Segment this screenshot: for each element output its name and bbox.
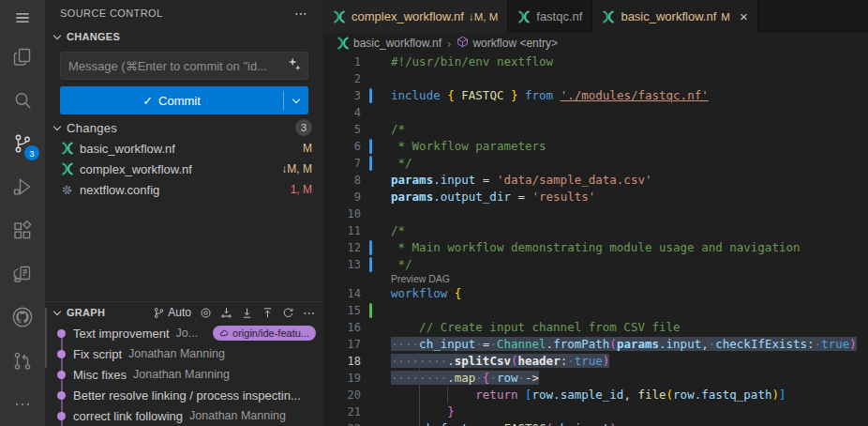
code-area[interactable]: 1#!/usr/bin/env nextflow23include { FAST… [323, 53, 868, 426]
graph-section-header[interactable]: GRAPH Auto [45, 302, 323, 323]
activity-item-github-icon[interactable] [0, 296, 45, 339]
pull-icon[interactable] [241, 307, 253, 319]
gutter[interactable] [361, 403, 382, 420]
code-text[interactable] [382, 70, 868, 87]
activity-item-pull-request-icon[interactable] [0, 339, 45, 382]
line-number[interactable]: 15 [323, 302, 361, 319]
line-number[interactable]: 18 [323, 353, 361, 370]
gutter[interactable] [361, 353, 382, 370]
code-text[interactable]: // Create input channel from CSV file [382, 319, 868, 336]
breadcrumb-symbol[interactable]: workflow <entry> [456, 36, 558, 51]
commit-row[interactable]: Fix scriptJonathan Manning [45, 343, 323, 364]
changed-file-row[interactable]: nextflow.config1, M [45, 179, 323, 200]
code-text[interactable]: ····ch_input·=·Channel.fromPath(params.i… [382, 336, 868, 353]
gutter[interactable] [361, 319, 382, 336]
code-text[interactable]: workflow { [382, 285, 868, 302]
changes-tree-header[interactable]: Changes 3 [45, 117, 323, 138]
gutter[interactable] [361, 87, 382, 104]
activity-item-document-arrow-icon[interactable] [0, 252, 45, 296]
line-number[interactable]: 6 [323, 138, 361, 155]
code-text[interactable]: #!/usr/bin/env nextflow [382, 53, 868, 70]
gutter[interactable] [361, 138, 382, 155]
line-number[interactable]: 10 [323, 205, 361, 222]
line-number[interactable]: 5 [323, 121, 361, 138]
gutter[interactable] [361, 387, 382, 403]
line-number[interactable]: 3 [323, 87, 361, 104]
line-number[interactable]: 7 [323, 155, 361, 172]
code-text[interactable] [382, 104, 868, 121]
line-number[interactable]: 12 [323, 239, 361, 256]
gutter[interactable] [361, 370, 382, 387]
code-text[interactable]: include { FASTQC } from './modules/fastq… [382, 87, 868, 104]
scrollbar-thumb[interactable] [45, 308, 47, 368]
commit-row[interactable]: correct link followingJonathan Manning [45, 405, 323, 426]
activity-item-more-icon[interactable] [0, 383, 45, 426]
gutter[interactable] [361, 420, 382, 426]
line-number[interactable]: 13 [323, 256, 361, 273]
codelens-preview-dag[interactable]: Preview DAG [323, 273, 868, 285]
fetch-icon[interactable] [220, 307, 232, 319]
tab-fastqc.nf[interactable]: fastqc.nf [508, 0, 592, 33]
sidebar-more-button[interactable]: ⋯ [294, 6, 308, 21]
code-text[interactable]: ········.map·{·row·-> [382, 370, 868, 387]
line-number[interactable]: 20 [323, 387, 361, 403]
commit-button[interactable]: ✓ Commit [60, 86, 308, 114]
line-number[interactable]: 21 [323, 403, 361, 420]
code-text[interactable]: } [382, 403, 868, 420]
line-number[interactable]: 2 [323, 70, 361, 87]
code-text[interactable]: */ [382, 256, 868, 273]
code-text[interactable]: /* [382, 222, 868, 239]
gutter[interactable] [361, 302, 382, 319]
line-number[interactable]: 8 [323, 172, 361, 189]
line-number[interactable]: 4 [323, 104, 361, 121]
code-text[interactable]: ch_fastqc = FASTQC(ch_input) [382, 420, 868, 426]
code-text[interactable]: return [row.sample_id, file(row.fastq_pa… [382, 387, 868, 403]
line-number[interactable]: 16 [323, 319, 361, 336]
graph-more-button[interactable]: ⋯ [303, 306, 316, 320]
line-number[interactable]: 1 [323, 53, 361, 70]
line-number[interactable]: 17 [323, 336, 361, 353]
push-icon[interactable] [262, 307, 274, 319]
commit-message-input[interactable] [68, 59, 287, 73]
activity-item-menu-icon[interactable] [0, 0, 45, 35]
changed-file-row[interactable]: basic_workflow.nfM [45, 138, 323, 159]
gutter[interactable] [361, 222, 382, 239]
code-text[interactable]: params.output_dir = 'results' [382, 189, 868, 205]
gutter[interactable] [361, 285, 382, 302]
activity-item-source-control-icon[interactable]: 3 [0, 122, 45, 165]
branch-ref-badge[interactable]: origin/ide-featu... [213, 326, 316, 341]
code-text[interactable]: * Workflow parameters [382, 138, 868, 155]
line-number[interactable]: 9 [323, 189, 361, 205]
sparkle-icon[interactable] [287, 56, 302, 75]
commit-row[interactable]: Text improvementJo...origin/ide-featu... [45, 323, 323, 343]
code-text[interactable]: ········.splitCsv(header:·true) [382, 353, 868, 370]
commit-row[interactable]: Better resolve linking / process inspect… [45, 385, 323, 405]
activity-item-extensions-icon[interactable] [0, 209, 45, 252]
gutter[interactable] [361, 172, 382, 189]
line-number[interactable]: 22 [323, 420, 361, 426]
graph-auto-button[interactable]: Auto [153, 306, 191, 319]
line-number[interactable]: 11 [323, 222, 361, 239]
commit-button-main[interactable]: ✓ Commit [60, 86, 283, 114]
code-text[interactable]: * Main workflow demonstrating module usa… [382, 239, 868, 256]
gutter[interactable] [361, 256, 382, 273]
activity-item-run-debug-icon[interactable] [0, 165, 45, 208]
commit-dropdown-button[interactable] [284, 86, 308, 114]
activity-item-explorer-icon[interactable] [0, 35, 45, 78]
gutter[interactable] [361, 155, 382, 172]
gutter[interactable] [361, 70, 382, 87]
code-text[interactable] [382, 302, 868, 319]
activity-item-search-icon[interactable] [0, 79, 45, 122]
code-text[interactable] [382, 205, 868, 222]
gutter[interactable] [361, 189, 382, 205]
gutter[interactable] [361, 205, 382, 222]
gutter[interactable] [361, 336, 382, 353]
changes-section-header[interactable]: CHANGES [45, 26, 323, 47]
code-text[interactable]: */ [382, 155, 868, 172]
line-number[interactable]: 14 [323, 285, 361, 302]
gutter[interactable] [361, 121, 382, 138]
gutter[interactable] [361, 53, 382, 70]
gutter[interactable] [361, 104, 382, 121]
breadcrumb-file[interactable]: basic_workflow.nf [337, 37, 441, 50]
tab-basic_workflow.nf[interactable]: basic_workflow.nfM× [592, 0, 757, 33]
